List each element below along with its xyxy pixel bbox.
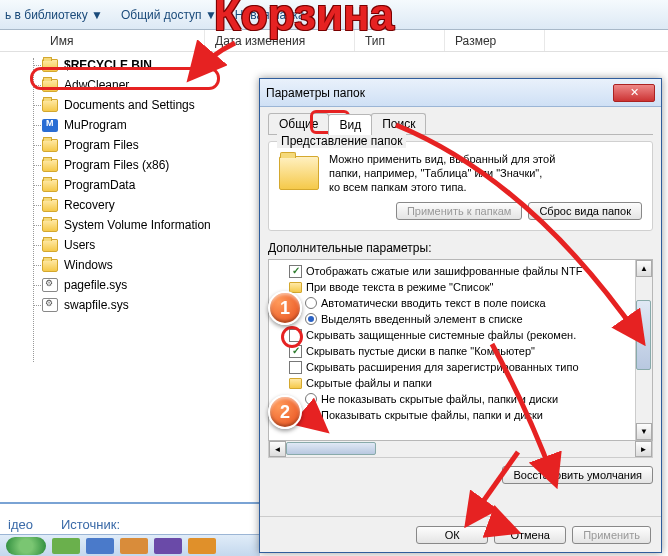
restore-defaults-button[interactable]: Восстановить умолчания	[502, 466, 653, 484]
col-date[interactable]: Дата изменения	[205, 30, 355, 51]
folder-icon	[42, 139, 58, 152]
folder-icon	[42, 99, 58, 112]
col-type[interactable]: Тип	[355, 30, 445, 51]
folder-icon	[42, 239, 58, 252]
explorer-toolbar: ь в библиотеку ▼ Общий доступ ▼ Новая па…	[0, 0, 668, 30]
file-row[interactable]: $RECYCLE.BIN	[30, 55, 668, 75]
folder-icon	[42, 179, 58, 192]
file-name: Windows	[64, 258, 113, 272]
file-name: Program Files	[64, 138, 139, 152]
opt-select-typed: Выделять введенный элемент в списке	[321, 311, 523, 327]
folder-icon	[289, 282, 302, 293]
opt-show-hidden: Показывать скрытые файлы, папки и диски	[321, 407, 543, 423]
group-title: Представление папок	[277, 134, 406, 148]
close-icon[interactable]: ✕	[613, 84, 655, 102]
folder-view-group: Представление папок Можно применить вид,…	[268, 141, 653, 231]
group-description: Можно применить вид, выбранный для этой …	[329, 152, 642, 194]
opt-dont-show-hidden: Не показывать скрытые файлы, папки и дис…	[321, 391, 558, 407]
file-name: Documents and Settings	[64, 98, 195, 112]
apply-button[interactable]: Применить	[572, 526, 651, 544]
scroll-thumb[interactable]	[636, 300, 651, 370]
ok-button[interactable]: ОК	[416, 526, 488, 544]
scroll-up-icon[interactable]: ▲	[636, 260, 652, 277]
reset-view-button[interactable]: Сброс вида папок	[528, 202, 642, 220]
taskbar[interactable]	[0, 534, 260, 556]
chk-hide-extensions[interactable]	[289, 361, 302, 374]
taskbar-icon[interactable]	[52, 538, 80, 554]
explorer-details-strip: ідео Источник:	[0, 502, 260, 534]
opt-hide-ext: Скрывать расширения для зарегистрированн…	[306, 359, 579, 375]
file-name: Users	[64, 238, 95, 252]
column-headers: Имя Дата изменения Тип Размер	[0, 30, 668, 52]
program-icon	[42, 119, 58, 132]
radio-dont-show-hidden[interactable]	[305, 393, 317, 405]
folder-icon	[289, 378, 302, 389]
dialog-titlebar[interactable]: Параметры папок ✕	[260, 79, 661, 107]
file-name: AdwCleaner	[64, 78, 129, 92]
scroll-right-icon[interactable]: ►	[635, 441, 652, 457]
opt-ntfs-compressed: Отображать сжатые или зашифрованные файл…	[306, 263, 582, 279]
h-scroll-thumb[interactable]	[286, 442, 376, 455]
chk-hide-protected[interactable]	[289, 329, 302, 342]
advanced-params-label: Дополнительные параметры:	[268, 241, 653, 255]
dialog-title: Параметры папок	[266, 86, 613, 100]
tab-general[interactable]: Общие	[268, 113, 329, 134]
tab-view[interactable]: Вид	[328, 114, 372, 135]
file-name: System Volume Information	[64, 218, 211, 232]
source-label: Источник:	[61, 517, 120, 532]
opt-hidden-files-group: Скрытые файлы и папки	[306, 375, 432, 391]
col-name[interactable]: Имя	[0, 30, 205, 51]
apply-to-folders-button[interactable]: Применить к папкам	[396, 202, 523, 220]
start-button[interactable]	[6, 537, 46, 555]
taskbar-icon[interactable]	[154, 538, 182, 554]
folder-icon	[42, 199, 58, 212]
system-file-icon	[42, 278, 58, 292]
folder-icon	[42, 59, 58, 72]
chk-ntfs[interactable]	[289, 265, 302, 278]
advanced-params-box: Отображать сжатые или зашифрованные файл…	[268, 259, 653, 441]
taskbar-icon[interactable]	[86, 538, 114, 554]
radio-show-hidden[interactable]	[305, 409, 317, 421]
windows-folder-icon	[42, 259, 58, 272]
file-name: MuProgram	[64, 118, 127, 132]
folder-options-dialog: Параметры папок ✕ Общие Вид Поиск Предст…	[259, 78, 662, 553]
folder-icon	[42, 79, 58, 92]
radio-select-typed[interactable]	[305, 313, 317, 325]
file-name: $RECYCLE.BIN	[64, 58, 152, 72]
toolbar-share[interactable]: Общий доступ ▼	[121, 8, 217, 22]
video-label: ідео	[8, 517, 33, 532]
dialog-button-row: ОК Отмена Применить	[260, 516, 661, 552]
file-name: ProgramData	[64, 178, 135, 192]
scroll-left-icon[interactable]: ◄	[269, 441, 286, 457]
folder-icon	[42, 159, 58, 172]
opt-auto-search: Автоматически вводить текст в поле поиск…	[321, 295, 546, 311]
opt-typing-list: При вводе текста в режиме "Список"	[306, 279, 493, 295]
taskbar-icon[interactable]	[188, 538, 216, 554]
toolbar-new-folder[interactable]: Новая папка	[235, 8, 305, 22]
radio-auto-search[interactable]	[305, 297, 317, 309]
chk-hide-empty-drives[interactable]	[289, 345, 302, 358]
scroll-down-icon[interactable]: ▼	[636, 423, 652, 440]
folder-icon	[42, 219, 58, 232]
file-name: Program Files (x86)	[64, 158, 169, 172]
opt-hide-protected: Скрывать защищенные системные файлы (рек…	[306, 327, 576, 343]
cancel-button[interactable]: Отмена	[494, 526, 566, 544]
toolbar-add-library[interactable]: ь в библиотеку ▼	[5, 8, 103, 22]
taskbar-icon[interactable]	[120, 538, 148, 554]
tab-search[interactable]: Поиск	[371, 113, 426, 134]
vertical-scrollbar[interactable]: ▲ ▼	[635, 260, 652, 440]
folder-icon	[279, 156, 319, 190]
system-file-icon	[42, 298, 58, 312]
dialog-tabs: Общие Вид Поиск	[268, 113, 653, 135]
file-name: pagefile.sys	[64, 278, 127, 292]
file-name: Recovery	[64, 198, 115, 212]
col-size[interactable]: Размер	[445, 30, 545, 51]
opt-hide-empty-drives: Скрывать пустые диски в папке "Компьютер…	[306, 343, 535, 359]
horizontal-scrollbar[interactable]: ◄ ►	[268, 441, 653, 458]
file-name: swapfile.sys	[64, 298, 129, 312]
